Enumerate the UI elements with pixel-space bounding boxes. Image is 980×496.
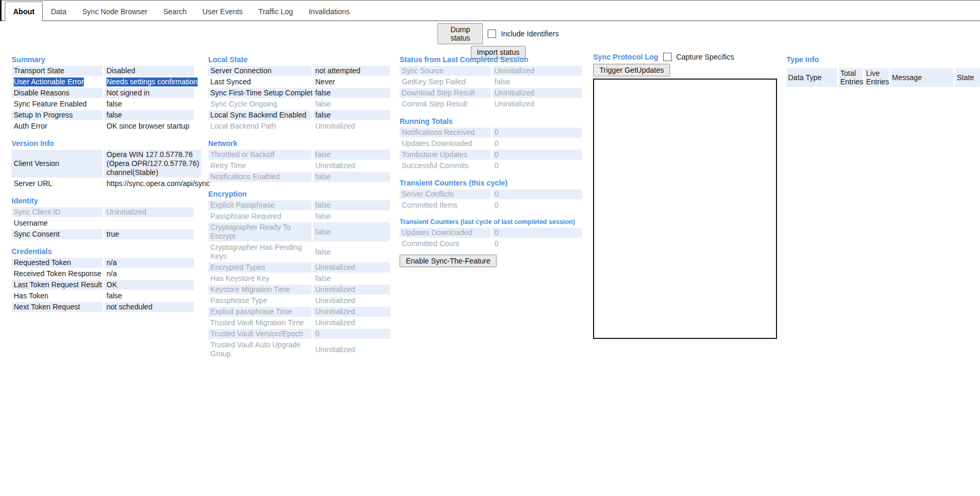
status-row: Updates Downloaded0 xyxy=(400,228,582,238)
status-row: Sync Feature Enabledfalse xyxy=(12,99,194,109)
status-row: Sync First-Time Setup Completefalse xyxy=(208,88,390,98)
row-label: Sync Cycle Ongoing xyxy=(210,100,277,109)
row-label: Notifications Enabled xyxy=(210,172,280,181)
row-value: false xyxy=(106,100,122,109)
row-value: Disabled xyxy=(106,66,135,75)
row-label: Committed Count xyxy=(402,239,459,248)
row-label: Updates Downloaded xyxy=(402,139,472,148)
status-row: Server Conflicts0 xyxy=(400,189,582,199)
row-value: Uninitialized xyxy=(315,318,355,327)
type-info-title: Type Info xyxy=(787,55,980,64)
type-info-header-state: State xyxy=(955,68,980,87)
capture-specifics-label[interactable]: Capture Specifics xyxy=(676,53,734,61)
row-value: 0 xyxy=(494,128,499,137)
row-label: Last Synced xyxy=(210,77,251,86)
enable-sync-the-feature-button[interactable]: Enable Sync-The-Feature xyxy=(400,255,497,267)
row-value: false xyxy=(315,274,331,283)
row-label: Username xyxy=(14,219,48,228)
row-value: 0 xyxy=(494,228,499,237)
section-title-network: Network xyxy=(208,139,390,148)
status-controls: Dump status Include Identifiers Import s… xyxy=(438,23,559,59)
status-row: Updates Downloaded0 xyxy=(400,139,582,149)
row-value: false xyxy=(106,111,122,120)
tab-traffic-log[interactable]: Traffic Log xyxy=(250,2,300,21)
status-row: GetKey Step Failedfalse xyxy=(400,77,582,87)
capture-specifics-checkbox[interactable] xyxy=(663,53,672,61)
row-value: false xyxy=(315,201,331,210)
include-identifiers-label[interactable]: Include Identifiers xyxy=(501,30,559,38)
status-row: Has Keystore Keyfalse xyxy=(208,274,390,284)
row-label: Successful Commits xyxy=(402,161,469,170)
status-row: Requested Tokenn/a xyxy=(12,258,194,268)
row-label: GetKey Step Failed xyxy=(402,77,465,86)
tab-data[interactable]: Data xyxy=(43,2,74,21)
row-label: Sync Source xyxy=(402,66,443,75)
sync-protocol-log-panel: Sync Protocol Log Capture Specifics Trig… xyxy=(593,53,778,339)
row-value: OK xyxy=(106,280,117,289)
row-label: Notifications Received xyxy=(402,128,475,137)
row-value: 0 xyxy=(315,329,319,338)
row-value: false xyxy=(315,212,331,221)
row-label: Cryptographer Has Pending Keys xyxy=(210,243,302,261)
row-value: 0 xyxy=(494,190,499,199)
status-row: Retry TimeUninitialized xyxy=(208,161,390,171)
sync-protocol-log-title: Sync Protocol Log xyxy=(593,53,658,61)
row-value: Needs settings confirmation xyxy=(106,77,198,86)
status-row: Server URLhttps://sync.opera.com/api/syn… xyxy=(12,179,194,189)
row-label: Passphrase Type xyxy=(210,296,267,305)
status-row: Cryptographer Has Pending Keysfalse xyxy=(208,242,390,261)
column-session-status: Status from Last Completed SessionSync S… xyxy=(400,55,582,267)
status-row: Cryptographer Ready To Encryptfalse xyxy=(208,222,390,241)
row-value: OK since browser startup xyxy=(106,122,189,131)
row-value: n/a xyxy=(106,258,117,267)
row-value: false xyxy=(315,111,331,120)
type-info-header-row: Data TypeTotal EntriesLive EntriesMessag… xyxy=(787,68,980,87)
status-row: Committed Count0 xyxy=(400,239,582,249)
section-title-transient-counters-last-cycle-of-last-completed-session-: Transient Counters (last cycle of last c… xyxy=(400,218,582,226)
status-row: Received Token Responsen/a xyxy=(12,269,194,279)
row-label: Sync Feature Enabled xyxy=(14,100,87,109)
row-label: Cryptographer Ready To Encrypt xyxy=(210,223,290,241)
trigger-getupdates-button[interactable]: Trigger GetUpdates xyxy=(593,64,670,76)
column-local-state: Local StateServer Connectionnot attempte… xyxy=(208,55,390,360)
row-label: Explicit Passphrase xyxy=(210,201,275,210)
include-identifiers-checkbox[interactable] xyxy=(488,30,496,38)
row-label: Tombstone Updates xyxy=(402,150,468,159)
row-value: false xyxy=(315,89,331,98)
dump-status-button[interactable]: Dump status xyxy=(438,23,483,44)
status-row: Server Connectionnot attempted xyxy=(208,66,390,76)
row-value: false xyxy=(315,150,331,159)
tab-sync-node-browser[interactable]: Sync Node Browser xyxy=(74,2,156,21)
row-value: not attempted xyxy=(315,66,361,75)
tab-user-events[interactable]: User Events xyxy=(195,2,250,21)
type-info-header-total-entries: Total Entries xyxy=(839,68,863,87)
protocol-log-output xyxy=(593,79,777,339)
tab-about[interactable]: About xyxy=(5,2,43,21)
status-row: Trusted Vault Auto Upgrade GroupUninitia… xyxy=(208,340,390,359)
row-value: false xyxy=(315,228,331,237)
section-title-version-info: Version Info xyxy=(12,139,194,148)
status-row: Sync Consenttrue xyxy=(12,229,194,239)
row-label: Local Backend Path xyxy=(210,122,276,131)
row-value: Uninitialized xyxy=(315,307,355,316)
row-value: Uninitialized xyxy=(494,66,534,75)
row-label: Next Token Request xyxy=(14,303,80,312)
row-value: not scheduled xyxy=(106,303,152,312)
row-label: Trusted Vault Migration Time xyxy=(210,318,304,327)
tab-invalidations[interactable]: Invalidations xyxy=(301,2,358,21)
status-row: Passphrase TypeUninitialized xyxy=(208,296,390,306)
row-label: Local Sync Backend Enabled xyxy=(210,111,306,120)
row-value: 0 xyxy=(494,201,499,210)
row-label: Client Version xyxy=(14,159,59,168)
row-value: false xyxy=(106,291,122,300)
row-label: Download Step Result xyxy=(402,89,475,98)
status-row: Passphrase Requiredfalse xyxy=(208,211,390,221)
section-title-transient-counters-this-cycle-: Transient Counters (this cycle) xyxy=(400,179,582,187)
row-label: User Actionable Error xyxy=(14,77,84,86)
row-value: Uninitialized xyxy=(106,208,146,217)
row-value: Never xyxy=(315,77,335,86)
row-label: Commit Step Result xyxy=(402,100,467,109)
status-row: Download Step ResultUninitialized xyxy=(400,88,582,98)
tab-search[interactable]: Search xyxy=(156,2,195,21)
status-row: Committed Items0 xyxy=(400,200,582,210)
